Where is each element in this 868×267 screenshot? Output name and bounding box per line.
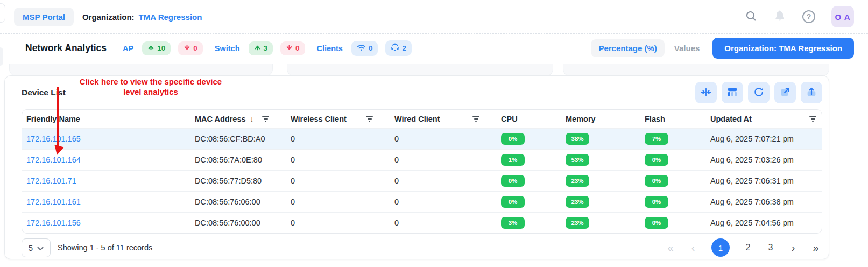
ghost-card <box>563 64 829 76</box>
records-summary: Showing 1 - 5 of 11 records <box>58 243 152 252</box>
last-page-button[interactable]: » <box>811 242 820 254</box>
col-memory[interactable]: Memory <box>561 115 640 123</box>
ap-up-pill[interactable]: 10 <box>142 41 171 55</box>
table-row[interactable]: 172.16.101.165 DC:08:56:CF:BD:A0 0 0 0% … <box>22 128 822 149</box>
memory-badge: 23% <box>566 175 589 187</box>
organization-link[interactable]: TMA Regression <box>139 12 202 22</box>
network-analytics-page: MSP Portal Organization: TMA Regression <box>0 0 868 267</box>
clients-label[interactable]: Clients <box>317 44 343 53</box>
mac-cell: DC:08:56:7A:0E:80 <box>190 156 286 164</box>
columns-button[interactable] <box>722 82 743 103</box>
prev-page-button[interactable]: ‹ <box>689 242 697 254</box>
flash-badge: 0% <box>645 196 668 208</box>
topbar: MSP Portal Organization: TMA Regression <box>0 0 868 34</box>
sort-desc-icon[interactable]: ↓ <box>250 115 254 123</box>
switch-label[interactable]: Switch <box>215 44 240 53</box>
collapse-columns-button[interactable] <box>695 82 717 103</box>
updated-cell: Aug 6, 2025 7:06:38 pm <box>706 198 822 206</box>
mac-cell: DC:08:56:76:00:00 <box>190 219 286 227</box>
msp-portal-button[interactable]: MSP Portal <box>14 8 74 26</box>
flash-badge: 0% <box>645 175 668 187</box>
col-wireless-client: Wireless Client <box>286 115 390 123</box>
device-link[interactable]: 172.16.101.165 <box>26 135 81 143</box>
device-link[interactable]: 172.16.101.71 <box>26 177 76 185</box>
next-page-button[interactable]: › <box>789 242 798 254</box>
header-actions: Percentage (%) Values Organization: TMA … <box>591 38 854 59</box>
ap-label[interactable]: AP <box>123 44 133 53</box>
table-row[interactable]: 172.16.101.164 DC:08:56:7A:0E:80 0 0 1% … <box>22 149 822 170</box>
bell-icon <box>773 10 786 24</box>
arrow-down-icon <box>286 44 293 53</box>
col-label[interactable]: MAC Address <box>195 115 246 123</box>
open-external-button[interactable] <box>774 82 796 103</box>
filter-icon[interactable] <box>366 116 373 122</box>
table-row[interactable]: 172.16.101.71 DC:08:56:77:D5:80 0 0 0% 2… <box>22 170 822 191</box>
analytics-header: Network Analytics AP 10 0 Switch 3 <box>0 34 868 62</box>
refresh-button[interactable] <box>748 82 770 103</box>
cpu-badge: 0% <box>501 133 525 145</box>
ap-up-count: 10 <box>157 44 165 52</box>
toggle-values[interactable]: Values <box>672 39 702 57</box>
page-button-1[interactable]: 1 <box>711 238 730 257</box>
flash-badge: 7% <box>645 133 668 145</box>
search-button[interactable] <box>745 10 757 24</box>
avatar[interactable]: O A <box>831 6 854 27</box>
export-button[interactable] <box>801 82 822 103</box>
col-label[interactable]: Wired Client <box>394 115 440 123</box>
first-page-button[interactable]: « <box>666 242 675 254</box>
wired-cell: 0 <box>390 219 497 227</box>
toggle-percentage[interactable]: Percentage (%) <box>591 39 664 57</box>
device-link[interactable]: 172.16.101.156 <box>26 219 81 227</box>
col-friendly-name[interactable]: Friendly Name <box>22 115 190 123</box>
table-row[interactable]: 172.16.101.156 DC:08:56:76:00:00 0 0 3% … <box>22 212 822 233</box>
switch-up-count: 3 <box>264 44 268 52</box>
filter-icon[interactable] <box>262 116 269 122</box>
table-header-row: Friendly Name MAC Address ↓ Wireless Cli… <box>22 110 822 128</box>
stat-groups: AP 10 0 Switch 3 <box>123 40 412 56</box>
mesh-clients-pill[interactable]: 2 <box>385 40 412 56</box>
device-table: Friendly Name MAC Address ↓ Wireless Cli… <box>22 109 822 234</box>
switch-up-pill[interactable]: 3 <box>249 41 273 55</box>
filter-icon[interactable] <box>809 116 816 122</box>
page-button-3[interactable]: 3 <box>766 243 775 252</box>
col-label[interactable]: Wireless Client <box>291 115 347 123</box>
device-link[interactable]: 172.16.101.161 <box>26 198 81 206</box>
updated-cell: Aug 6, 2025 7:06:31 pm <box>706 177 822 185</box>
ap-down-pill[interactable]: 0 <box>178 41 203 55</box>
table-row[interactable]: 172.16.101.161 DC:08:56:76:06:00 0 0 0% … <box>22 191 822 212</box>
mesh-clients-count: 2 <box>402 44 406 52</box>
cpu-badge: 1% <box>501 154 525 166</box>
page-size-select[interactable]: 5 <box>22 238 51 257</box>
columns-icon <box>726 86 738 100</box>
help-icon: ? <box>802 10 815 23</box>
device-link[interactable]: 172.16.101.164 <box>26 156 81 164</box>
notifications-button[interactable] <box>773 10 786 24</box>
wired-cell: 0 <box>390 198 497 206</box>
col-flash[interactable]: Flash <box>640 115 706 123</box>
arrow-down-icon <box>184 44 190 53</box>
search-icon <box>745 10 757 24</box>
switch-down-pill[interactable]: 0 <box>280 41 305 55</box>
help-button[interactable]: ? <box>802 10 815 23</box>
flash-badge: 0% <box>645 154 668 166</box>
col-cpu[interactable]: CPU <box>497 115 561 123</box>
ghost-card <box>287 64 553 76</box>
page-button-2[interactable]: 2 <box>744 243 752 252</box>
filter-icon[interactable] <box>472 116 479 122</box>
flash-badge: 0% <box>645 217 668 229</box>
table-toolbar <box>695 82 822 103</box>
updated-cell: Aug 6, 2025 7:04:56 pm <box>706 219 822 227</box>
device-list-title: Device List <box>22 88 66 97</box>
col-label[interactable]: Updated At <box>710 115 752 123</box>
cpu-badge: 3% <box>501 217 525 229</box>
col-wired-client: Wired Client <box>390 115 497 123</box>
ap-down-count: 0 <box>193 44 197 52</box>
mac-cell: DC:08:56:CF:BD:A0 <box>190 135 286 143</box>
mac-cell: DC:08:56:77:D5:80 <box>190 177 286 185</box>
topbar-actions: ? O A <box>745 6 854 27</box>
cpu-badge: 0% <box>501 196 525 208</box>
cpu-badge: 0% <box>501 175 525 187</box>
wired-cell: 0 <box>390 135 497 143</box>
wireless-clients-pill[interactable]: 0 <box>351 41 378 56</box>
organization-button[interactable]: Organization: TMA Regression <box>712 38 854 59</box>
